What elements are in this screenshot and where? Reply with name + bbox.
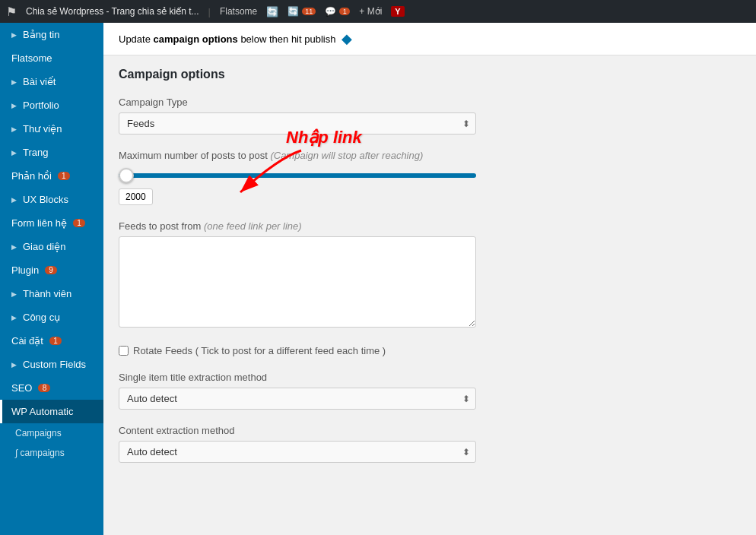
- slider-track: [119, 173, 476, 178]
- content-extraction-select-wrap: Auto detect ⬍: [119, 441, 476, 463]
- sidebar-item-label: WP Automatic: [11, 406, 73, 417]
- sidebar-item-label: Thư viện: [23, 123, 62, 135]
- admin-bar: ⚑ Chia sẻ Wordpress - Trang chia sẻ kiến…: [0, 0, 756, 23]
- sidebar-sub-label: Campaigns: [15, 428, 62, 438]
- content-area: Update campaign options below then hit p…: [103, 23, 756, 535]
- diamond-icon: ◆: [341, 30, 352, 47]
- sidebar-item-label: Phản hồi: [11, 170, 52, 182]
- max-posts-group: Maximum number of posts to post (Campaig…: [119, 150, 741, 205]
- slider-handle[interactable]: [119, 168, 134, 183]
- content-extraction-label: Content extraction method: [119, 425, 741, 436]
- slider-value: 2000: [119, 188, 153, 205]
- sidebar-item-thanh-vien[interactable]: ▶ Thành viên: [0, 282, 103, 305]
- arrow-icon: ▶: [11, 314, 17, 321]
- sidebar-item-label: Bảng tin: [23, 29, 59, 40]
- arrow-icon: ▶: [11, 290, 17, 298]
- sidebar-item-label: Portfolio: [23, 100, 59, 111]
- content-extraction-group: Content extraction method Auto detect ⬍: [119, 425, 741, 463]
- sidebar-item-cai-dat[interactable]: Cài đặt 1: [0, 329, 103, 353]
- title-extraction-group: Single item title extraction method Auto…: [119, 372, 741, 410]
- comments-link[interactable]: 💬 1: [325, 6, 350, 17]
- wp-yoast[interactable]: Y: [391, 6, 404, 17]
- sidebar-item-cong-cu[interactable]: ▶ Công cụ: [0, 305, 103, 329]
- arrow-icon: ▶: [11, 78, 17, 86]
- sidebar-item-plugin[interactable]: Plugin 9: [0, 258, 103, 282]
- sidebar-item-label: Công cụ: [23, 312, 60, 323]
- arrow-icon: ▶: [11, 102, 17, 109]
- rotate-feeds-group: Rotate Feeds ( Tick to post for a differ…: [119, 345, 741, 356]
- notice-text: Update campaign options below then hit p…: [119, 33, 335, 45]
- title-extraction-select-wrap: Auto detect OpenGraph Meta title H1 tag …: [119, 388, 476, 410]
- sidebar-item-bai-viet[interactable]: ▶ Bài viết: [0, 70, 103, 93]
- feeds-from-label: Feeds to post from (one feed link per li…: [119, 220, 741, 232]
- arrow-icon: ▶: [11, 125, 17, 133]
- sidebar-item-giao-dien[interactable]: ▶ Giao diện: [0, 235, 103, 258]
- sidebar-item-trang[interactable]: ▶ Trang: [0, 141, 103, 164]
- campaign-type-group: Campaign Type Feeds Keywords Twitter Tum…: [119, 97, 741, 135]
- arrow-icon: ▶: [11, 31, 17, 39]
- sidebar-item-label: Form liên hệ: [11, 217, 67, 229]
- rotate-feeds-checkbox[interactable]: [119, 346, 129, 356]
- notice-bar: Update campaign options below then hit p…: [103, 23, 756, 55]
- sidebar-item-label: Bài viết: [23, 76, 56, 87]
- sidebar-item-flatsome[interactable]: Flatsome: [0, 46, 103, 70]
- plugin-badge: 9: [45, 266, 57, 274]
- title-extraction-select[interactable]: Auto detect OpenGraph Meta title H1 tag: [119, 388, 476, 410]
- max-posts-label: Maximum number of posts to post (Campaig…: [119, 150, 741, 161]
- sidebar-item-label: Trang: [23, 147, 48, 158]
- sidebar: ▶ Bảng tin Flatsome ▶ Bài viết ▶ Portfol…: [0, 23, 103, 535]
- arrow-icon: ▶: [11, 196, 17, 204]
- campaign-type-label: Campaign Type: [119, 97, 741, 108]
- sidebar-item-thu-vien[interactable]: ▶ Thư viện: [0, 117, 103, 141]
- theme-link[interactable]: Flatsome: [220, 6, 257, 17]
- sidebar-item-ux-blocks[interactable]: ▶ UX Blocks: [0, 188, 103, 211]
- sidebar-item-portfolio[interactable]: ▶ Portfolio: [0, 93, 103, 117]
- rotate-feeds-label[interactable]: Rotate Feeds ( Tick to post for a differ…: [119, 345, 741, 356]
- sidebar-item-label: Thành viên: [23, 288, 71, 299]
- phan-hoi-badge: 1: [58, 172, 70, 180]
- sidebar-item-label: SEO: [11, 382, 32, 394]
- sidebar-item-form-lien-he[interactable]: Form liên hệ 1: [0, 211, 103, 235]
- campaign-type-select[interactable]: Feeds Keywords Twitter Tumblr Amazon: [119, 112, 476, 135]
- caidat-badge: 1: [49, 337, 62, 345]
- form-badge: 1: [73, 219, 85, 227]
- sidebar-item-bang-tin[interactable]: ▶ Bảng tin: [0, 23, 103, 46]
- sidebar-item-phan-hoi[interactable]: Phản hồi 1: [0, 164, 103, 188]
- campaign-type-select-wrap: Feeds Keywords Twitter Tumblr Amazon ⬍: [119, 112, 476, 135]
- arrow-icon: ▶: [11, 149, 17, 157]
- feeds-from-group: Feeds to post from (one feed link per li…: [119, 220, 741, 330]
- section-title: Campaign options: [119, 68, 741, 81]
- sidebar-item-label: Flatsome: [11, 52, 52, 64]
- updates-link[interactable]: 🔄 11: [287, 6, 316, 17]
- sidebar-sub-campaigns[interactable]: Campaigns: [0, 423, 103, 443]
- sidebar-item-label: Giao diện: [23, 241, 65, 252]
- slider-container: 2000 Nhập link: [119, 173, 476, 205]
- sidebar-item-wp-automatic[interactable]: WP Automatic: [0, 400, 103, 423]
- content-extraction-select[interactable]: Auto detect: [119, 441, 476, 463]
- sidebar-item-label: UX Blocks: [23, 194, 68, 205]
- sidebar-item-label: Custom Fields: [23, 359, 86, 370]
- sidebar-sub-all-campaigns[interactable]: ∫ campaigns: [0, 443, 103, 463]
- sidebar-item-custom-fields[interactable]: ▶ Custom Fields: [0, 353, 103, 376]
- seo-badge: 8: [38, 384, 50, 392]
- site-name[interactable]: Chia sẻ Wordpress - Trang chia sẻ kiến t…: [26, 6, 199, 17]
- title-extraction-label: Single item title extraction method: [119, 372, 741, 383]
- arrow-icon: ▶: [11, 243, 17, 251]
- sidebar-item-label: Plugin: [11, 264, 39, 276]
- wp-logo: ⚑: [6, 5, 17, 19]
- main-content: Campaign options Campaign Type Feeds Key…: [103, 55, 756, 490]
- arrow-icon: ▶: [11, 361, 17, 369]
- sidebar-item-seo[interactable]: SEO 8: [0, 376, 103, 400]
- feeds-textarea[interactable]: [119, 236, 476, 328]
- sidebar-sub-label: ∫ campaigns: [15, 448, 65, 458]
- main-layout: ▶ Bảng tin Flatsome ▶ Bài viết ▶ Portfol…: [0, 23, 756, 535]
- new-link[interactable]: + Mới: [359, 6, 382, 17]
- sidebar-item-label: Cài đặt: [11, 335, 43, 347]
